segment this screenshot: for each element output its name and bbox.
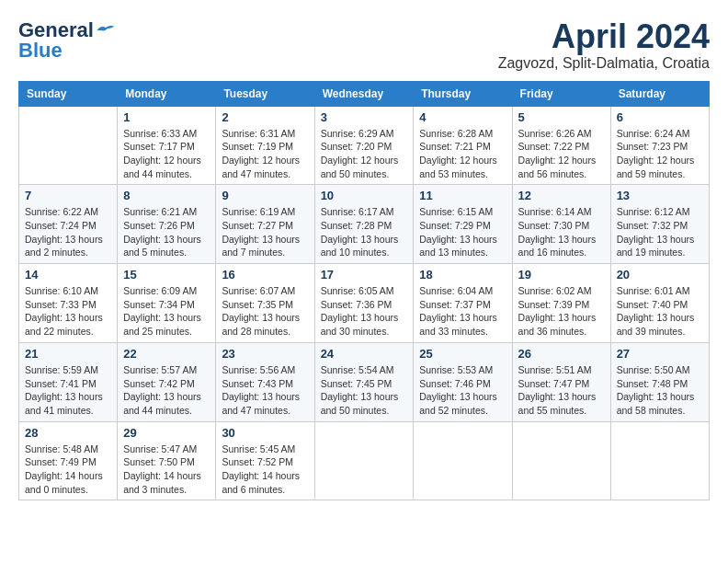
cell-content: Sunrise: 6:15 AMSunset: 7:29 PMDaylight:… [419,205,506,259]
cell-content: Sunrise: 5:45 AMSunset: 7:52 PMDaylight:… [222,442,308,497]
calendar-table: SundayMondayTuesdayWednesdayThursdayFrid… [18,81,710,501]
cell-content: Sunrise: 6:21 AMSunset: 7:26 PMDaylight:… [123,205,210,259]
calendar-cell [512,421,610,500]
day-number: 4 [419,110,506,124]
calendar-cell: 30Sunrise: 5:45 AMSunset: 7:52 PMDayligh… [216,421,314,500]
calendar-cell: 8Sunrise: 6:21 AMSunset: 7:26 PMDaylight… [118,185,216,264]
cell-content: Sunrise: 6:31 AMSunset: 7:19 PMDaylight:… [222,127,308,181]
calendar-cell [314,421,414,500]
logo-blue-text: Blue [18,39,63,63]
calendar-cell: 2Sunrise: 6:31 AMSunset: 7:19 PMDaylight… [216,106,314,185]
calendar-cell: 16Sunrise: 6:07 AMSunset: 7:35 PMDayligh… [216,264,314,343]
day-number: 3 [321,110,408,124]
weekday-header-sunday: Sunday [19,81,118,106]
calendar-cell: 28Sunrise: 5:48 AMSunset: 7:49 PMDayligh… [19,421,118,500]
cell-content: Sunrise: 5:54 AMSunset: 7:45 PMDaylight:… [321,363,408,418]
weekday-header-tuesday: Tuesday [216,81,314,106]
day-number: 6 [617,110,703,124]
calendar-cell: 17Sunrise: 6:05 AMSunset: 7:36 PMDayligh… [314,264,414,343]
calendar-cell: 29Sunrise: 5:47 AMSunset: 7:50 PMDayligh… [118,421,216,500]
cell-content: Sunrise: 5:57 AMSunset: 7:42 PMDaylight:… [123,363,210,418]
day-number: 30 [222,426,308,440]
day-number: 26 [518,347,605,361]
calendar-cell: 12Sunrise: 6:14 AMSunset: 7:30 PMDayligh… [512,185,610,264]
title-area: April 2024 Zagvozd, Split-Dalmatia, Croa… [498,18,710,72]
day-number: 19 [518,268,605,282]
day-number: 5 [518,110,605,124]
day-number: 9 [222,189,308,202]
cell-content: Sunrise: 6:24 AMSunset: 7:23 PMDaylight:… [617,127,703,181]
calendar-cell: 27Sunrise: 5:50 AMSunset: 7:48 PMDayligh… [610,342,709,421]
calendar-cell: 5Sunrise: 6:26 AMSunset: 7:22 PMDaylight… [512,106,610,185]
calendar-cell: 6Sunrise: 6:24 AMSunset: 7:23 PMDaylight… [610,106,709,185]
calendar-cell: 11Sunrise: 6:15 AMSunset: 7:29 PMDayligh… [414,185,512,264]
cell-content: Sunrise: 6:14 AMSunset: 7:30 PMDaylight:… [518,205,605,259]
week-row-5: 28Sunrise: 5:48 AMSunset: 7:49 PMDayligh… [19,421,710,500]
cell-content: Sunrise: 6:02 AMSunset: 7:39 PMDaylight:… [518,284,605,339]
calendar-cell: 25Sunrise: 5:53 AMSunset: 7:46 PMDayligh… [414,342,512,421]
week-row-1: 1Sunrise: 6:33 AMSunset: 7:17 PMDaylight… [19,106,710,185]
location-text: Zagvozd, Split-Dalmatia, Croatia [498,55,710,72]
calendar-cell: 23Sunrise: 5:56 AMSunset: 7:43 PMDayligh… [216,342,314,421]
cell-content: Sunrise: 6:04 AMSunset: 7:37 PMDaylight:… [419,284,506,339]
calendar-cell [414,421,512,500]
day-number: 7 [25,189,111,202]
cell-content: Sunrise: 6:33 AMSunset: 7:17 PMDaylight:… [123,127,210,181]
day-number: 24 [321,347,408,361]
calendar-cell: 13Sunrise: 6:12 AMSunset: 7:32 PMDayligh… [610,185,709,264]
calendar-cell [19,106,118,185]
calendar-cell: 14Sunrise: 6:10 AMSunset: 7:33 PMDayligh… [19,264,118,343]
cell-content: Sunrise: 5:59 AMSunset: 7:41 PMDaylight:… [25,363,111,418]
calendar-cell: 3Sunrise: 6:29 AMSunset: 7:20 PMDaylight… [314,106,414,185]
cell-content: Sunrise: 6:17 AMSunset: 7:28 PMDaylight:… [321,205,408,259]
calendar-cell: 21Sunrise: 5:59 AMSunset: 7:41 PMDayligh… [19,342,118,421]
day-number: 28 [25,426,111,440]
day-number: 23 [222,347,308,361]
week-row-4: 21Sunrise: 5:59 AMSunset: 7:41 PMDayligh… [19,342,710,421]
cell-content: Sunrise: 5:47 AMSunset: 7:50 PMDaylight:… [123,442,210,497]
cell-content: Sunrise: 6:10 AMSunset: 7:33 PMDaylight:… [25,284,111,339]
calendar-cell: 19Sunrise: 6:02 AMSunset: 7:39 PMDayligh… [512,264,610,343]
day-number: 16 [222,268,308,282]
calendar-cell: 1Sunrise: 6:33 AMSunset: 7:17 PMDaylight… [118,106,216,185]
cell-content: Sunrise: 5:50 AMSunset: 7:48 PMDaylight:… [617,363,703,418]
weekday-header-friday: Friday [512,81,610,106]
weekday-header-saturday: Saturday [610,81,709,106]
day-number: 11 [419,189,506,202]
calendar-cell: 24Sunrise: 5:54 AMSunset: 7:45 PMDayligh… [314,342,414,421]
cell-content: Sunrise: 6:29 AMSunset: 7:20 PMDaylight:… [321,127,408,181]
cell-content: Sunrise: 5:56 AMSunset: 7:43 PMDaylight:… [222,363,308,418]
day-number: 14 [25,268,111,282]
day-number: 17 [321,268,408,282]
cell-content: Sunrise: 6:05 AMSunset: 7:36 PMDaylight:… [321,284,408,339]
calendar-cell: 7Sunrise: 6:22 AMSunset: 7:24 PMDaylight… [19,185,118,264]
day-number: 2 [222,110,308,124]
calendar-cell: 20Sunrise: 6:01 AMSunset: 7:40 PMDayligh… [610,264,709,343]
cell-content: Sunrise: 6:09 AMSunset: 7:34 PMDaylight:… [123,284,210,339]
weekday-header-monday: Monday [118,81,216,106]
calendar-cell [610,421,709,500]
cell-content: Sunrise: 6:01 AMSunset: 7:40 PMDaylight:… [617,284,703,339]
cell-content: Sunrise: 5:51 AMSunset: 7:47 PMDaylight:… [518,363,605,418]
weekday-header-wednesday: Wednesday [314,81,414,106]
page-header: General Blue April 2024 Zagvozd, Split-D… [18,18,710,72]
cell-content: Sunrise: 6:28 AMSunset: 7:21 PMDaylight:… [419,127,506,181]
day-number: 13 [617,189,703,202]
day-number: 10 [321,189,408,202]
week-row-3: 14Sunrise: 6:10 AMSunset: 7:33 PMDayligh… [19,264,710,343]
calendar-cell: 18Sunrise: 6:04 AMSunset: 7:37 PMDayligh… [414,264,512,343]
cell-content: Sunrise: 6:26 AMSunset: 7:22 PMDaylight:… [518,127,605,181]
day-number: 25 [419,347,506,361]
calendar-cell: 4Sunrise: 6:28 AMSunset: 7:21 PMDaylight… [414,106,512,185]
calendar-cell: 10Sunrise: 6:17 AMSunset: 7:28 PMDayligh… [314,185,414,264]
cell-content: Sunrise: 6:22 AMSunset: 7:24 PMDaylight:… [25,205,111,259]
day-number: 12 [518,189,605,202]
month-title: April 2024 [498,18,710,55]
cell-content: Sunrise: 6:12 AMSunset: 7:32 PMDaylight:… [617,205,703,259]
cell-content: Sunrise: 5:48 AMSunset: 7:49 PMDaylight:… [25,442,111,497]
weekday-header-row: SundayMondayTuesdayWednesdayThursdayFrid… [19,81,710,106]
cell-content: Sunrise: 5:53 AMSunset: 7:46 PMDaylight:… [419,363,506,418]
day-number: 20 [617,268,703,282]
day-number: 22 [123,347,210,361]
cell-content: Sunrise: 6:19 AMSunset: 7:27 PMDaylight:… [222,205,308,259]
